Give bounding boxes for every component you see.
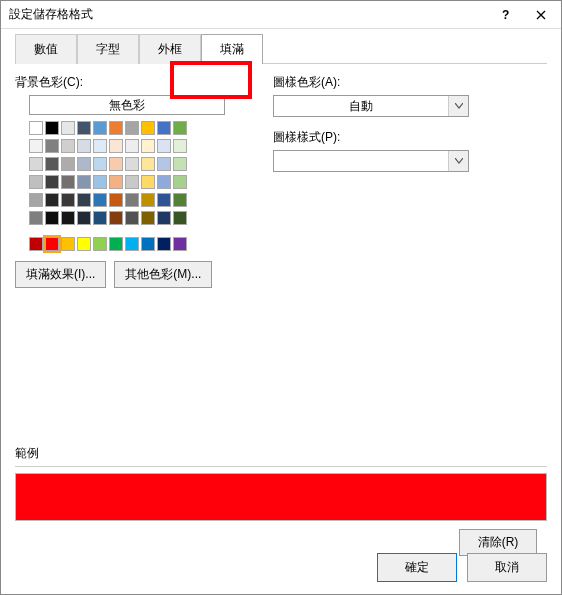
color-swatch[interactable] xyxy=(93,157,107,171)
color-swatch[interactable] xyxy=(77,193,91,207)
color-swatch[interactable] xyxy=(125,121,139,135)
dialog-title: 設定儲存格格式 xyxy=(9,6,487,23)
tab-fill[interactable]: 填滿 xyxy=(201,34,263,64)
color-swatch[interactable] xyxy=(77,211,91,225)
color-swatch[interactable] xyxy=(93,139,107,153)
color-swatch[interactable] xyxy=(61,157,75,171)
color-swatch[interactable] xyxy=(157,139,171,153)
color-swatch[interactable] xyxy=(29,157,43,171)
color-swatch[interactable] xyxy=(77,121,91,135)
ok-button[interactable]: 確定 xyxy=(377,553,457,582)
cancel-button[interactable]: 取消 xyxy=(467,553,547,582)
color-swatch[interactable] xyxy=(109,121,123,135)
color-swatch[interactable] xyxy=(45,175,59,189)
color-swatch[interactable] xyxy=(45,237,59,251)
color-swatch[interactable] xyxy=(157,211,171,225)
color-swatch[interactable] xyxy=(109,237,123,251)
color-swatch[interactable] xyxy=(109,157,123,171)
color-swatch[interactable] xyxy=(157,193,171,207)
color-swatch[interactable] xyxy=(45,121,59,135)
color-swatch[interactable] xyxy=(141,139,155,153)
no-color-button[interactable]: 無色彩 xyxy=(29,95,225,115)
color-swatch[interactable] xyxy=(77,157,91,171)
color-swatch[interactable] xyxy=(173,157,187,171)
color-swatch[interactable] xyxy=(29,139,43,153)
color-swatch[interactable] xyxy=(173,193,187,207)
color-swatch[interactable] xyxy=(109,193,123,207)
chevron-down-icon xyxy=(448,96,468,116)
tab-number[interactable]: 數值 xyxy=(15,34,77,64)
color-swatch[interactable] xyxy=(93,121,107,135)
color-swatch[interactable] xyxy=(93,237,107,251)
color-swatch[interactable] xyxy=(61,237,75,251)
color-swatch[interactable] xyxy=(61,175,75,189)
color-swatch[interactable] xyxy=(45,211,59,225)
color-swatch[interactable] xyxy=(45,139,59,153)
color-swatch[interactable] xyxy=(45,193,59,207)
color-swatch[interactable] xyxy=(141,175,155,189)
more-colors-button[interactable]: 其他色彩(M)... xyxy=(114,261,212,288)
color-swatch[interactable] xyxy=(77,237,91,251)
color-swatch[interactable] xyxy=(61,121,75,135)
help-button[interactable]: ? xyxy=(487,3,523,27)
tab-border[interactable]: 外框 xyxy=(139,34,201,64)
color-swatch[interactable] xyxy=(109,175,123,189)
divider xyxy=(15,466,547,467)
pattern-style-label: 圖樣樣式(P): xyxy=(273,129,547,146)
color-swatch[interactable] xyxy=(61,139,75,153)
color-swatch[interactable] xyxy=(77,175,91,189)
color-swatch[interactable] xyxy=(173,237,187,251)
pattern-style-dropdown[interactable] xyxy=(273,150,469,172)
color-swatch[interactable] xyxy=(157,157,171,171)
pattern-color-label: 圖樣色彩(A): xyxy=(273,74,547,91)
color-swatch[interactable] xyxy=(77,139,91,153)
color-swatch[interactable] xyxy=(29,175,43,189)
color-swatch[interactable] xyxy=(173,121,187,135)
sample-box xyxy=(15,473,547,521)
fill-effects-button[interactable]: 填滿效果(I)... xyxy=(15,261,106,288)
svg-text:?: ? xyxy=(502,10,509,20)
sample-label: 範例 xyxy=(15,445,547,462)
color-swatch[interactable] xyxy=(125,237,139,251)
color-swatch[interactable] xyxy=(29,211,43,225)
palette-row xyxy=(29,193,245,207)
color-swatch[interactable] xyxy=(157,121,171,135)
palette-row xyxy=(29,211,245,225)
color-swatch[interactable] xyxy=(141,211,155,225)
color-swatch[interactable] xyxy=(93,193,107,207)
color-swatch[interactable] xyxy=(125,139,139,153)
color-swatch[interactable] xyxy=(61,193,75,207)
pattern-color-dropdown[interactable]: 自動 xyxy=(273,95,469,117)
color-swatch[interactable] xyxy=(141,157,155,171)
color-swatch[interactable] xyxy=(93,175,107,189)
color-swatch[interactable] xyxy=(157,237,171,251)
fill-panel: 背景色彩(C): 無色彩 填滿效果(I)... 其他色彩(M)... 圖樣色彩(… xyxy=(15,74,547,288)
color-swatch[interactable] xyxy=(125,211,139,225)
color-swatch[interactable] xyxy=(125,175,139,189)
tab-font[interactable]: 字型 xyxy=(77,34,139,64)
color-swatch[interactable] xyxy=(29,193,43,207)
color-swatch[interactable] xyxy=(173,175,187,189)
color-swatch[interactable] xyxy=(61,211,75,225)
color-swatch[interactable] xyxy=(157,175,171,189)
color-swatch[interactable] xyxy=(29,121,43,135)
color-swatch[interactable] xyxy=(141,121,155,135)
standard-colors-row xyxy=(29,237,245,251)
close-button[interactable] xyxy=(523,3,559,27)
color-swatch[interactable] xyxy=(93,211,107,225)
color-swatch[interactable] xyxy=(109,211,123,225)
color-swatch[interactable] xyxy=(173,139,187,153)
color-swatch[interactable] xyxy=(125,157,139,171)
clear-button[interactable]: 清除(R) xyxy=(459,529,537,556)
color-swatch[interactable] xyxy=(141,193,155,207)
titlebar: 設定儲存格格式 ? xyxy=(1,1,561,29)
palette-row xyxy=(29,139,245,153)
color-swatch[interactable] xyxy=(141,237,155,251)
color-swatch[interactable] xyxy=(125,193,139,207)
bgcolor-label: 背景色彩(C): xyxy=(15,74,245,91)
color-swatch[interactable] xyxy=(29,237,43,251)
color-swatch[interactable] xyxy=(45,157,59,171)
color-swatch[interactable] xyxy=(109,139,123,153)
sample-group: 範例 xyxy=(15,445,547,521)
color-swatch[interactable] xyxy=(173,211,187,225)
